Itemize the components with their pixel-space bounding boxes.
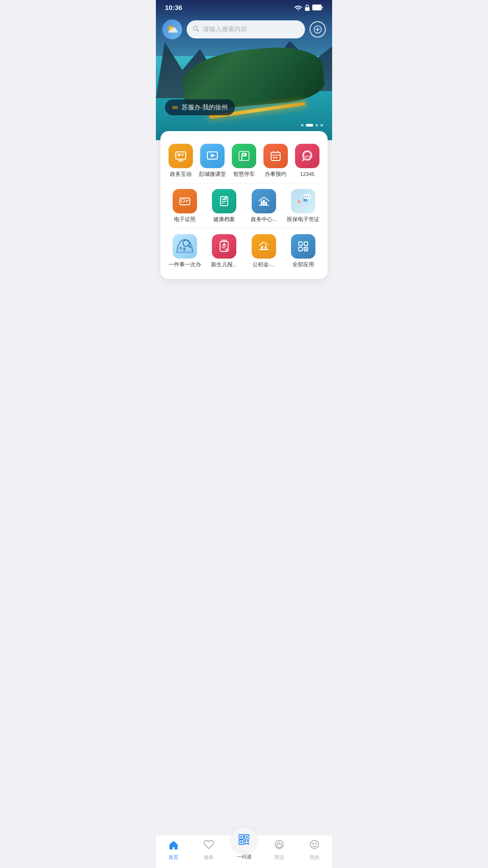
app-name-onething: 一件事一次办 xyxy=(169,261,201,268)
app-name-health: 健康档案 xyxy=(213,216,235,223)
svg-rect-41 xyxy=(299,242,302,245)
app-item-onething[interactable]: 一件事一次办 xyxy=(165,231,205,272)
svg-rect-22 xyxy=(291,189,315,213)
svg-rect-0 xyxy=(305,7,310,11)
app-name-allapps: 全部应用 xyxy=(292,261,314,268)
app-item-appt[interactable]: 办事预约 xyxy=(260,140,291,181)
status-time: 10:36 xyxy=(165,4,182,11)
header-area: ⛅ 请输入搜索内容 xyxy=(156,16,332,43)
svg-point-34 xyxy=(183,247,185,250)
svg-rect-19 xyxy=(261,201,263,205)
app-name-gov-interact: 政务互动 xyxy=(170,171,192,178)
app-item-gov-interact[interactable]: 政务互动 xyxy=(165,140,197,181)
grid-separator-2 xyxy=(169,228,319,229)
svg-text:¥: ¥ xyxy=(265,242,267,245)
svg-rect-12 xyxy=(273,157,275,158)
lock-icon xyxy=(305,5,310,11)
search-placeholder: 请输入搜索内容 xyxy=(203,25,247,33)
svg-rect-17 xyxy=(181,199,184,202)
svg-rect-6 xyxy=(178,154,180,156)
wifi-icon xyxy=(294,5,302,10)
dot-1[interactable] xyxy=(301,124,304,127)
app-name-parking: 智慧停车 xyxy=(233,171,255,178)
app-name-appt: 办事预约 xyxy=(265,171,286,178)
app-item-12345[interactable]: 12345 12345 xyxy=(291,140,323,181)
app-icon-appt xyxy=(263,144,288,168)
banner-label: ∞ 苏服办·我的徐州 xyxy=(165,99,235,115)
app-icon-govcenter xyxy=(252,189,276,213)
app-item-parking[interactable]: P 智慧停车 xyxy=(228,140,260,181)
carousel-dots xyxy=(301,124,323,127)
status-bar: 10:36 xyxy=(156,0,332,13)
svg-marker-8 xyxy=(211,154,216,157)
app-name-govcenter: 政务中心... xyxy=(251,216,277,223)
app-row-1: 政务互动 彭城微课堂 P 智慧停车 xyxy=(165,140,323,181)
dot-3[interactable] xyxy=(315,124,318,127)
svg-text:P: P xyxy=(243,153,245,157)
app-icon-pengcheng xyxy=(200,144,225,168)
app-item-pengcheng[interactable]: 彭城微课堂 xyxy=(197,140,228,181)
app-icon-allapps xyxy=(291,234,315,259)
svg-rect-13 xyxy=(276,157,277,158)
svg-rect-42 xyxy=(304,242,308,245)
banner-text: 苏服办·我的徐州 xyxy=(182,104,228,112)
svg-rect-30 xyxy=(176,251,193,253)
app-item-govcenter[interactable]: 政务中心... xyxy=(244,185,284,226)
app-item-fund[interactable]: ¥ 公积金-... xyxy=(244,231,284,272)
svg-point-26 xyxy=(305,196,305,197)
app-name-pengcheng: 彭城微课堂 xyxy=(199,171,226,178)
svg-rect-37 xyxy=(261,246,263,250)
svg-point-27 xyxy=(307,196,308,197)
svg-rect-2 xyxy=(313,5,320,9)
app-row-2: 电子证照 健康档案 xyxy=(165,185,323,226)
svg-rect-43 xyxy=(299,247,302,251)
svg-rect-5 xyxy=(176,152,186,159)
svg-rect-21 xyxy=(265,202,267,205)
app-icon-medical xyxy=(291,189,315,213)
app-icon-fund: ¥ xyxy=(252,234,276,259)
search-bar[interactable]: 请输入搜索内容 xyxy=(187,20,305,38)
app-item-elicense[interactable]: 电子证照 xyxy=(165,185,205,226)
svg-point-24 xyxy=(297,200,301,203)
dot-4[interactable] xyxy=(320,124,323,127)
app-name-medical: 医保电子凭证 xyxy=(287,216,319,223)
search-icon xyxy=(193,26,199,33)
status-icons xyxy=(294,5,323,11)
grid-separator-1 xyxy=(169,183,319,184)
svg-text:12345: 12345 xyxy=(305,155,311,158)
weather-emoji: ⛅ xyxy=(166,24,178,35)
svg-rect-11 xyxy=(271,152,280,160)
app-icon-health xyxy=(212,189,236,213)
svg-point-28 xyxy=(309,196,310,197)
app-icon-gov-interact xyxy=(169,144,193,168)
app-icon-12345: 12345 xyxy=(295,144,319,168)
app-icon-elicense xyxy=(173,189,197,213)
app-name-fund: 公积金-... xyxy=(253,261,275,268)
battery-icon xyxy=(312,5,323,10)
app-name-12345: 12345 xyxy=(300,171,314,178)
app-name-elicense: 电子证照 xyxy=(174,216,196,223)
svg-rect-20 xyxy=(263,200,265,205)
app-item-newborn[interactable]: 新生儿报... xyxy=(205,231,244,272)
app-row-3: 一件事一次办 新生儿报... xyxy=(165,231,323,272)
app-item-medical[interactable]: 医保电子凭证 xyxy=(284,185,324,226)
app-name-newborn: 新生儿报... xyxy=(211,261,237,268)
add-button[interactable] xyxy=(310,21,326,38)
app-item-health[interactable]: 健康档案 xyxy=(205,185,244,226)
dot-2[interactable] xyxy=(306,124,313,127)
weather-button[interactable]: ⛅ xyxy=(162,19,182,39)
banner-logo: ∞ xyxy=(172,103,178,112)
app-item-allapps[interactable]: 全部应用 xyxy=(284,231,324,272)
svg-rect-38 xyxy=(265,246,267,250)
app-card: 政务互动 彭城微课堂 P 智慧停车 xyxy=(160,131,328,279)
app-icon-parking: P xyxy=(232,144,256,168)
app-icon-newborn xyxy=(212,234,236,259)
app-icon-onething xyxy=(173,234,197,259)
